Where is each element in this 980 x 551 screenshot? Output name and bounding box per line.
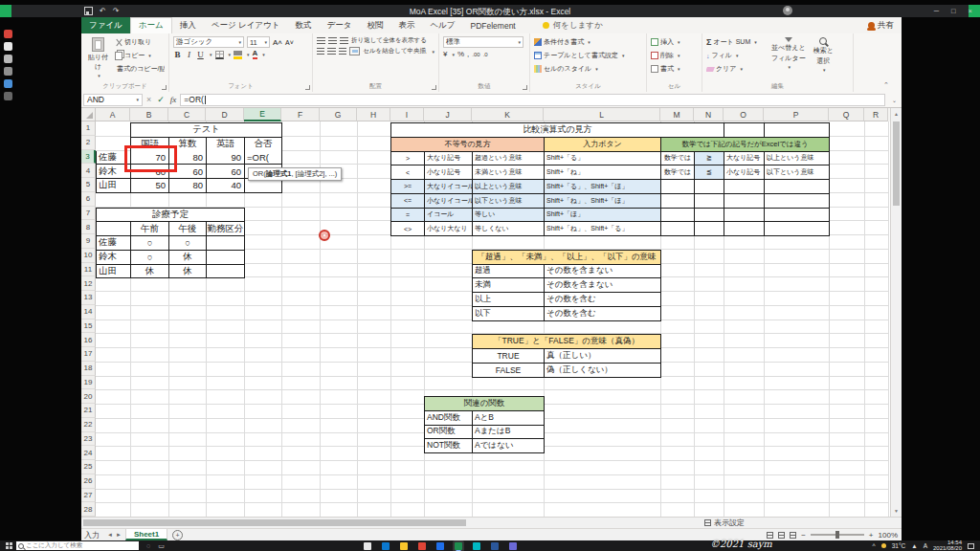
cell[interactable]: 以上という意味 [765,152,830,166]
cell[interactable]: 休 [131,265,169,279]
decrease-decimal-icon[interactable]: .0 [483,52,488,57]
row-header-28[interactable]: 28 [81,502,96,517]
cell[interactable]: ○ [169,236,207,251]
formula-input[interactable]: =OR( [180,94,885,106]
row-header-9[interactable]: 9 [81,234,96,249]
cell[interactable] [245,179,282,193]
row-header-20[interactable]: 20 [81,389,96,404]
cell[interactable]: 大なりイコール [425,180,473,194]
page-layout-view-icon[interactable] [778,532,785,539]
row-header-26[interactable]: 26 [81,474,96,489]
row-header-7[interactable]: 7 [81,207,96,221]
cell[interactable]: AとB [473,411,545,426]
taskbar-app-icon[interactable] [491,542,499,550]
column-header-H[interactable]: H [357,108,390,121]
find-select-button[interactable]: 検索と選択▾ [812,36,835,81]
cell[interactable]: 山田 [97,265,131,279]
previous-sheet-icon[interactable]: ◄ [107,532,113,538]
cell[interactable]: 等しい [473,209,545,223]
cell[interactable]: 「超過」、「未満」、「以上」、「以下」の意味 [473,251,661,265]
cell[interactable] [765,123,830,138]
cut-button[interactable]: 切り取り [115,36,165,48]
cell[interactable]: > [391,152,425,166]
row-header-27[interactable]: 27 [81,489,96,503]
cell[interactable]: < [391,165,425,180]
comma-format-icon[interactable]: , [467,50,469,58]
cell[interactable]: 英語 [207,138,245,152]
sort-filter-button[interactable]: 並べ替えとフィルター▾ [769,36,808,81]
cortana-icon[interactable]: ◌ [146,542,150,549]
taskbar-search-input[interactable]: ここに入力して検索 [16,541,139,550]
cell[interactable] [724,222,765,236]
name-box[interactable]: AND▾ [83,94,143,106]
taskbar-app-icon[interactable] [418,542,426,550]
new-sheet-icon[interactable]: + [172,530,183,540]
confirm-entry-icon[interactable]: ✓ [157,95,165,104]
vertical-scrollbar[interactable]: ▲ ▼ [890,108,902,517]
cell[interactable]: 数学では [661,152,695,166]
tab-ファイル[interactable]: ファイル [81,17,130,33]
cell[interactable]: 数学では [661,165,695,180]
align-right-icon[interactable] [339,48,346,55]
cell[interactable] [765,180,830,194]
format-as-table-button[interactable]: テーブルとして書式設定▾ [534,50,642,61]
action-center-icon[interactable] [968,543,974,549]
dialog-launcher-icon[interactable] [162,85,167,90]
cell[interactable]: 小なり記号 [425,165,473,180]
cell[interactable]: Shift+「る」 [545,152,661,166]
cell[interactable]: 午後 [169,222,207,236]
cell[interactable] [207,265,245,279]
dialog-launcher-icon[interactable] [432,85,436,90]
column-header-A[interactable]: A [96,108,130,121]
column-header-F[interactable]: F [281,108,320,121]
merge-center-icon[interactable] [349,47,360,55]
taskbar-app-icon[interactable] [509,542,517,550]
cell[interactable]: 小なりイコール [425,194,473,209]
cell[interactable] [207,251,245,265]
cell[interactable] [724,180,765,194]
sheet-tab-sheet1[interactable]: Sheet1 [125,529,167,540]
cell[interactable]: ○ [131,236,169,251]
column-header-C[interactable]: C [168,108,206,121]
italic-button[interactable]: I [185,50,193,59]
row-header-3[interactable]: 3 [81,150,96,165]
row-header-17[interactable]: 17 [81,347,96,362]
cell[interactable]: 勤務区分 [207,222,245,236]
borders-icon[interactable] [215,51,224,59]
column-header-E[interactable]: E [244,108,281,121]
align-left-icon[interactable] [317,48,324,55]
insert-cells-button[interactable]: 挿入▾ [651,36,698,48]
normal-view-icon[interactable] [767,532,773,539]
row-header-12[interactable]: 12 [81,276,96,291]
cell[interactable]: 山田 [97,179,131,193]
cell[interactable]: 未満という意味 [473,165,545,180]
cell[interactable]: その数を含む [545,307,661,321]
horizontal-scroll-thumb[interactable] [83,519,466,526]
zoom-level[interactable]: 100% [879,531,898,540]
annotation-tool-icon[interactable] [4,55,12,63]
underline-button[interactable]: U [196,50,205,59]
cell[interactable]: 未満 [473,278,545,293]
cell[interactable]: Shift+「ね」、Shift+「る」 [545,222,661,236]
cell[interactable]: 以下 [473,307,545,321]
cell[interactable]: 数学では下記の記号だがExcelでは違う [661,138,830,152]
zoom-slider[interactable] [811,534,864,536]
cell[interactable] [207,236,245,251]
row-header-13[interactable]: 13 [81,291,96,305]
vertical-scroll-thumb[interactable] [893,121,900,206]
currency-format-icon[interactable]: ¥ [443,50,447,58]
share-button[interactable]: 共有 [868,17,894,33]
row-header-21[interactable]: 21 [81,404,96,418]
increase-font-icon[interactable]: A˄ [273,38,282,47]
cancel-entry-icon[interactable]: × [146,95,151,104]
cell[interactable]: 診療予定 [97,209,245,223]
row-header-24[interactable]: 24 [81,446,96,460]
column-header-J[interactable]: J [424,108,472,121]
dialog-launcher-icon[interactable] [523,85,527,90]
row-header-16[interactable]: 16 [81,333,96,347]
annotation-tool-icon[interactable] [4,67,12,76]
cell[interactable]: 90 [207,151,245,165]
cell[interactable] [661,194,695,209]
annotation-tool-icon[interactable] [4,92,12,100]
cell[interactable]: 等しくない [473,222,545,236]
